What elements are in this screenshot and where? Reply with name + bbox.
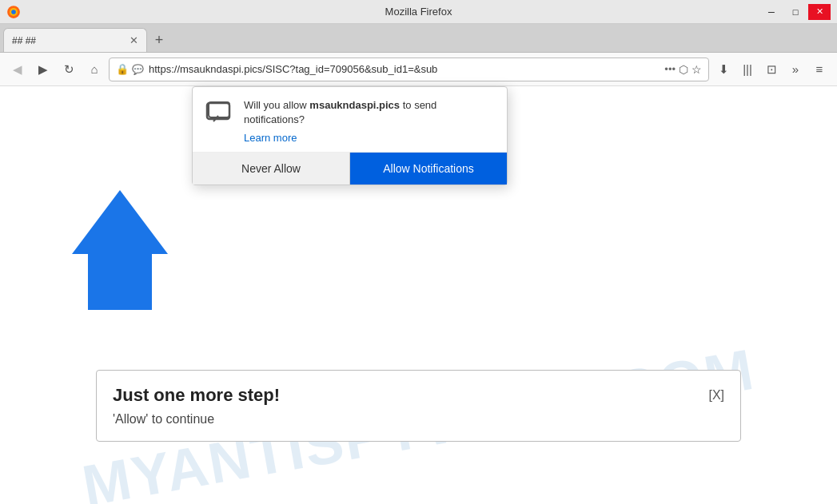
- secure-icon: 🔒: [116, 63, 129, 75]
- svg-rect-4: [209, 105, 227, 117]
- notification-popup: Will you allow msaukndaspi.pics to send …: [192, 86, 508, 185]
- tab-active[interactable]: ## ## ✕: [3, 28, 147, 52]
- reload-button[interactable]: ↻: [58, 58, 80, 81]
- library-button[interactable]: |||: [736, 58, 759, 81]
- svg-rect-5: [209, 102, 229, 117]
- menu-button[interactable]: ≡: [808, 58, 831, 81]
- new-tab-button[interactable]: +: [147, 28, 171, 52]
- pocket-icon[interactable]: ⬡: [679, 63, 688, 76]
- nav-bar: ◀ ▶ ↻ ⌂ 🔒 💬 https://msaukndaspi.pics/SIS…: [0, 53, 837, 86]
- tab-bar: ## ## ✕ +: [0, 24, 837, 53]
- step-header: Just one more step! [X]: [113, 385, 724, 406]
- downloads-button[interactable]: ⬇: [712, 58, 735, 81]
- nav-right-icons: ⬇ ||| ⊡ » ≡: [712, 58, 831, 81]
- home-button[interactable]: ⌂: [83, 58, 106, 81]
- url-text: https://msaukndaspi.pics/SISC?tag_id=709…: [149, 63, 660, 75]
- popup-site: msaukndaspi.pics: [309, 99, 400, 111]
- arrow-up: [72, 190, 168, 254]
- popup-body: Will you allow msaukndaspi.pics to send …: [193, 87, 507, 152]
- popup-actions: Never Allow Allow Notifications: [193, 152, 507, 185]
- camera-icon: 💬: [132, 64, 144, 75]
- synced-button[interactable]: ⊡: [760, 58, 783, 81]
- notification-icon: [205, 98, 234, 127]
- forward-button[interactable]: ▶: [32, 58, 54, 81]
- maximize-button[interactable]: □: [784, 4, 807, 20]
- step-box: Just one more step! [X] 'Allow' to conti…: [96, 370, 741, 442]
- arrow-container: [72, 190, 168, 310]
- back-button[interactable]: ◀: [6, 58, 29, 81]
- more-tools-button[interactable]: »: [784, 58, 807, 81]
- never-allow-button[interactable]: Never Allow: [193, 153, 350, 185]
- step-title: Just one more step!: [113, 385, 708, 406]
- step-subtitle: 'Allow' to continue: [113, 412, 724, 427]
- title-bar-left: [6, 5, 21, 19]
- window-controls: ─ □ ✕: [760, 4, 831, 20]
- popup-message-pre: Will you allow: [244, 99, 309, 111]
- learn-more-link[interactable]: Learn more: [244, 132, 494, 144]
- allow-notifications-button[interactable]: Allow Notifications: [350, 153, 507, 185]
- step-close-button[interactable]: [X]: [708, 388, 724, 403]
- svg-point-2: [11, 10, 16, 14]
- minimize-button[interactable]: ─: [760, 4, 783, 20]
- arrow-body: [88, 254, 152, 310]
- window-title: Mozilla Firefox: [385, 6, 452, 18]
- address-bar-icons: 🔒 💬: [116, 63, 144, 75]
- tab-title: ## ##: [12, 35, 36, 46]
- title-bar: Mozilla Firefox ─ □ ✕: [0, 0, 837, 24]
- popup-message: Will you allow msaukndaspi.pics to send …: [244, 98, 494, 127]
- address-bar[interactable]: 🔒 💬 https://msaukndaspi.pics/SISC?tag_id…: [109, 58, 709, 81]
- firefox-icon: [6, 5, 21, 19]
- bookmark-icon[interactable]: ☆: [692, 63, 702, 76]
- close-button[interactable]: ✕: [808, 4, 831, 20]
- popup-text: Will you allow msaukndaspi.pics to send …: [244, 98, 494, 144]
- address-actions: ••• ⬡ ☆: [664, 63, 702, 76]
- more-options-icon[interactable]: •••: [664, 63, 676, 75]
- tab-close-button[interactable]: ✕: [130, 34, 138, 46]
